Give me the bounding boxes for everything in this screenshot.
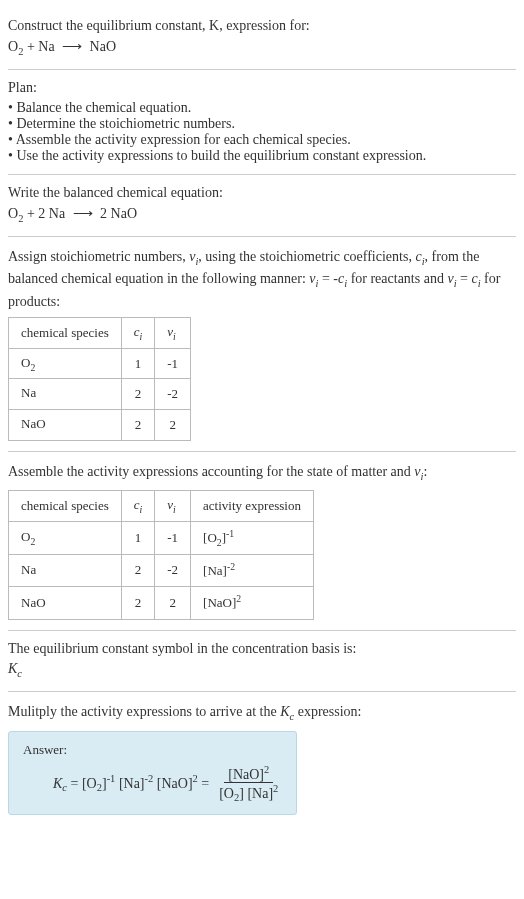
activity-section: Assemble the activity expressions accoun… xyxy=(8,452,516,632)
table-row: Na 2 -2 xyxy=(9,379,191,410)
k-sym: K xyxy=(53,776,62,791)
stoich-para: Assign stoichiometric numbers, νi, using… xyxy=(8,247,516,312)
table-row: O2 1 -1 xyxy=(9,348,191,379)
cell-c: 2 xyxy=(121,379,155,410)
kc-symbol: Kc xyxy=(8,661,516,679)
kc-symbol-heading: The equilibrium constant symbol in the c… xyxy=(8,641,516,657)
answer-label: Answer: xyxy=(23,742,282,758)
species-text: O xyxy=(21,529,30,544)
plan-item: Assemble the activity expression for eac… xyxy=(8,132,516,148)
species-text: O xyxy=(21,355,30,370)
intro-lhs2: Na xyxy=(38,39,54,54)
term: [Na] xyxy=(119,776,145,791)
kc-expression: Kc = [O2]-1 [Na]-2 [NaO]2 = [NaO]2 [O2] … xyxy=(23,764,282,804)
species-text: Na xyxy=(21,562,36,577)
cell-c: 2 xyxy=(121,554,155,587)
num-exp: 2 xyxy=(264,764,269,775)
table-header-row: chemical species ci νi xyxy=(9,318,191,349)
eq-sign: = xyxy=(198,776,209,791)
balanced-section: Write the balanced chemical equation: O2… xyxy=(8,175,516,237)
intro-lhs1: O xyxy=(8,39,18,54)
intro-plus: + xyxy=(23,39,38,54)
k-sym: K xyxy=(8,661,17,676)
table-header-row: chemical species ci νi activity expressi… xyxy=(9,491,314,522)
k-sub: c xyxy=(17,668,22,679)
stoich-section: Assign stoichiometric numbers, νi, using… xyxy=(8,237,516,452)
stoich-text: Assign stoichiometric numbers, xyxy=(8,249,189,264)
multiply-text: expression: xyxy=(294,704,361,719)
stoich-text: for reactants and xyxy=(347,271,447,286)
species-text: NaO xyxy=(21,595,46,610)
cell-activity: [O2]-1 xyxy=(191,521,314,554)
kc-lhs: Kc = [O2]-1 [Na]-2 [NaO]2 = xyxy=(53,773,209,793)
stoich-text: = - xyxy=(318,271,338,286)
th-c: ci xyxy=(121,318,155,349)
plan-item: Use the activity expressions to build th… xyxy=(8,148,516,164)
intro-equation: O2 + Na ⟶ NaO xyxy=(8,38,516,57)
th-species: chemical species xyxy=(9,318,122,349)
intro-heading: Construct the equilibrium constant, K, e… xyxy=(8,18,516,34)
intro-section: Construct the equilibrium constant, K, e… xyxy=(8,8,516,70)
cell-species: NaO xyxy=(9,409,122,440)
cell-species: Na xyxy=(9,554,122,587)
act-base: [O xyxy=(203,530,217,545)
species-text: Na xyxy=(21,385,36,400)
den-exp: 2 xyxy=(273,783,278,794)
eq-sign: = xyxy=(67,776,82,791)
cell-nu: -2 xyxy=(155,554,191,587)
term: [NaO] xyxy=(157,776,193,791)
balanced-equation: O2 + 2 Na ⟶ 2 NaO xyxy=(8,205,516,224)
nu-sub: i xyxy=(173,504,176,515)
k-sym: K xyxy=(280,704,289,719)
th-c: ci xyxy=(121,491,155,522)
stoich-table: chemical species ci νi O2 1 -1 Na 2 -2 N… xyxy=(8,317,191,440)
activity-heading: Assemble the activity expressions accoun… xyxy=(8,462,516,484)
balanced-rhs: 2 NaO xyxy=(97,206,137,221)
act-base: [NaO] xyxy=(203,596,236,611)
num-term: [NaO] xyxy=(228,766,264,781)
cell-species: Na xyxy=(9,379,122,410)
act-exp: 2 xyxy=(236,593,241,604)
stoich-text: = xyxy=(457,271,472,286)
c-sub: i xyxy=(140,331,143,342)
act-exp: -1 xyxy=(226,528,234,539)
plan-section: Plan: Balance the chemical equation. Det… xyxy=(8,70,516,175)
plan-heading: Plan: xyxy=(8,80,516,96)
plan-item: Balance the chemical equation. xyxy=(8,100,516,116)
species-sub: 2 xyxy=(30,535,35,546)
cell-activity: [NaO]2 xyxy=(191,587,314,620)
th-nu: νi xyxy=(155,491,191,522)
table-row: Na 2 -2 [Na]-2 xyxy=(9,554,314,587)
den-term: [Na] xyxy=(247,786,273,801)
cell-nu: -1 xyxy=(155,348,191,379)
arrow-icon: ⟶ xyxy=(73,206,93,221)
balanced-plus: + 2 Na xyxy=(23,206,68,221)
c-sub: i xyxy=(140,504,143,515)
term: [O xyxy=(82,776,97,791)
th-species: chemical species xyxy=(9,491,122,522)
multiply-heading: Mulitply the activity expressions to arr… xyxy=(8,702,516,724)
intro-rhs: NaO xyxy=(90,39,116,54)
cell-activity: [Na]-2 xyxy=(191,554,314,587)
species-text: NaO xyxy=(21,416,46,431)
arrow-icon: ⟶ xyxy=(62,39,82,54)
table-row: O2 1 -1 [O2]-1 xyxy=(9,521,314,554)
act-exp: -2 xyxy=(227,561,235,572)
balanced-heading: Write the balanced chemical equation: xyxy=(8,185,516,201)
multiply-text: Mulitply the activity expressions to arr… xyxy=(8,704,280,719)
cell-species: O2 xyxy=(9,348,122,379)
cell-species: NaO xyxy=(9,587,122,620)
fraction: [NaO]2 [O2] [Na]2 xyxy=(215,764,282,804)
fraction-denominator: [O2] [Na]2 xyxy=(215,783,282,803)
term-exp: -2 xyxy=(145,773,154,784)
cell-c: 2 xyxy=(121,587,155,620)
balanced-lhs1: O xyxy=(8,206,18,221)
th-nu: νi xyxy=(155,318,191,349)
cell-species: O2 xyxy=(9,521,122,554)
table-row: NaO 2 2 xyxy=(9,409,191,440)
activity-table: chemical species ci νi activity expressi… xyxy=(8,490,314,620)
cell-c: 2 xyxy=(121,409,155,440)
table-row: NaO 2 2 [NaO]2 xyxy=(9,587,314,620)
plan-item: Determine the stoichiometric numbers. xyxy=(8,116,516,132)
cell-nu: -2 xyxy=(155,379,191,410)
